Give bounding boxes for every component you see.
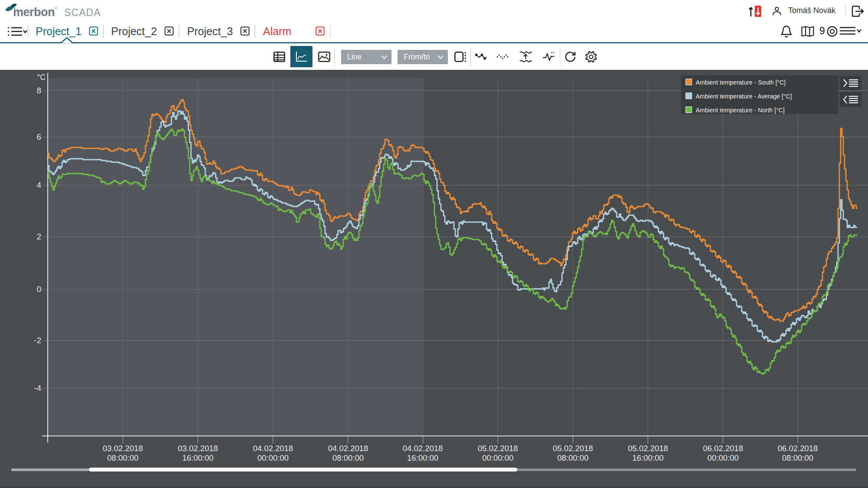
svg-text:16:00:00: 16:00:00 — [182, 453, 214, 462]
svg-text:05.02.2018: 05.02.2018 — [553, 444, 593, 453]
svg-text:8: 8 — [36, 86, 41, 95]
svg-text:0: 0 — [36, 285, 41, 294]
svg-text:merbon: merbon — [13, 6, 55, 19]
svg-text:04.02.2018: 04.02.2018 — [403, 444, 443, 453]
svg-text:08:00:00: 08:00:00 — [782, 453, 813, 462]
svg-text:03.02.2018: 03.02.2018 — [103, 444, 143, 453]
svg-text:Ambient temperature - North [°: Ambient temperature - North [°C] — [696, 107, 785, 114]
svg-text:03.02.2018: 03.02.2018 — [178, 444, 218, 453]
svg-text:00:00:00: 00:00:00 — [707, 453, 739, 462]
svg-text:04.02.2018: 04.02.2018 — [328, 444, 368, 453]
svg-text:06.02.2018: 06.02.2018 — [703, 444, 743, 453]
svg-text:°C: °C — [37, 73, 46, 82]
svg-text:Ambient temperature - Average: Ambient temperature - Average [°C] — [696, 93, 792, 100]
svg-text:00:00:00: 00:00:00 — [482, 453, 513, 462]
svg-text:08:00:00: 08:00:00 — [107, 453, 138, 462]
svg-text:-4: -4 — [34, 383, 41, 393]
svg-text:®: ® — [55, 7, 57, 10]
svg-text:4: 4 — [36, 180, 41, 190]
svg-text:6: 6 — [36, 132, 41, 141]
svg-text:16:00:00: 16:00:00 — [407, 453, 438, 462]
svg-text:04.02.2018: 04.02.2018 — [253, 444, 293, 453]
svg-text:06.02.2018: 06.02.2018 — [778, 444, 818, 453]
svg-text:16:00:00: 16:00:00 — [632, 453, 664, 462]
svg-text:05.02.2018: 05.02.2018 — [628, 444, 668, 453]
svg-text:08:00:00: 08:00:00 — [332, 453, 364, 462]
svg-text:05.02.2018: 05.02.2018 — [478, 444, 518, 453]
svg-text:00:00:00: 00:00:00 — [257, 453, 289, 462]
svg-text:2: 2 — [36, 232, 41, 241]
svg-text:08:00:00: 08:00:00 — [557, 453, 589, 462]
svg-text:Ambient temperature - South [°: Ambient temperature - South [°C] — [696, 79, 786, 86]
svg-text:SCADA: SCADA — [64, 7, 101, 18]
svg-text:-2: -2 — [34, 336, 41, 345]
